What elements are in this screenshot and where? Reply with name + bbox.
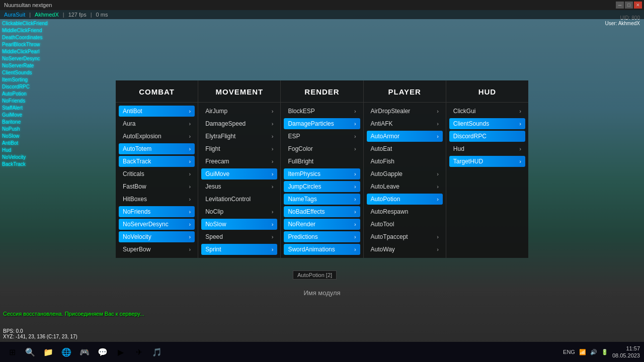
menu-item-superbow[interactable]: SuperBow›	[119, 244, 195, 255]
menu-column-hud: HUDClickGui›ClientSounds›DiscordRPCHud›T…	[446, 80, 528, 258]
menu-item-autopotion[interactable]: AutoPotion›	[367, 194, 443, 205]
search-button[interactable]: 🔍	[22, 344, 38, 360]
menu-item-noclip[interactable]: NoClip›	[201, 206, 277, 217]
menu-item-nametags[interactable]: NameTags›	[284, 194, 360, 205]
menu-item-label: AntiAFK	[371, 120, 393, 127]
col-header-combat: COMBAT	[116, 80, 198, 103]
menu-item-label: LevitationControl	[205, 196, 251, 203]
app2-button[interactable]: 💬	[95, 344, 111, 360]
module-item: MiddleClickFriend	[2, 27, 48, 34]
menu-item-freecam[interactable]: Freecam›	[201, 156, 277, 167]
menu-item-nobadeffects[interactable]: NoBadEffects›	[284, 206, 360, 217]
chevron-right-icon: ›	[189, 121, 191, 127]
menu-item-noslow[interactable]: NoSlow›	[201, 219, 277, 230]
menu-item-clickgui[interactable]: ClickGui›	[449, 106, 525, 117]
col-header-hud: HUD	[446, 80, 528, 103]
menu-item-antiafk[interactable]: AntiAFK›	[367, 118, 443, 129]
menu-item-autoway[interactable]: AutoWay›	[367, 244, 443, 255]
chevron-right-icon: ›	[354, 209, 356, 215]
file-explorer-button[interactable]: 📁	[40, 344, 56, 360]
menu-item-label: HitBoxes	[123, 196, 147, 203]
menu-item-hud[interactable]: Hud›	[449, 143, 525, 154]
menu-item-autoarmor[interactable]: AutoArmor›	[367, 131, 443, 142]
menu-item-airjump[interactable]: AirJump›	[201, 106, 277, 117]
chevron-right-icon: ›	[272, 158, 274, 164]
app3-button[interactable]: ▶	[113, 344, 129, 360]
menu-item-hitboxes[interactable]: HitBoxes›	[119, 194, 195, 205]
menu-item-speed[interactable]: Speed›	[201, 231, 277, 242]
menu-item-autogapple[interactable]: AutoGapple›	[367, 168, 443, 179]
col-items-hud: ClickGui›ClientSounds›DiscordRPCHud›Targ…	[446, 103, 528, 170]
menu-item-autoexplosion[interactable]: AutoExplosion›	[119, 131, 195, 142]
menu-item-label: DamageParticles	[288, 120, 334, 127]
app4-button[interactable]: ✈	[131, 344, 147, 360]
menu-item-nofriends[interactable]: NoFriends›	[119, 206, 195, 217]
menu-item-itemphysics[interactable]: ItemPhysics›	[284, 168, 360, 179]
menu-item-jumpcircles[interactable]: JumpCircles›	[284, 181, 360, 192]
menu-item-predictions[interactable]: Predictions›	[284, 231, 360, 242]
menu-item-antibot[interactable]: AntiBot›	[119, 106, 195, 117]
menu-item-swordanimations[interactable]: SwordAnimations›	[284, 244, 360, 255]
menu-item-guimove[interactable]: GuiMove›	[201, 168, 277, 179]
menu-container: COMBATAntiBot›Aura›AutoExplosion›AutoTot…	[116, 80, 528, 258]
menu-item-fastbow[interactable]: FastBow›	[119, 181, 195, 192]
chevron-right-icon: ›	[437, 184, 439, 190]
chevron-right-icon: ›	[437, 196, 439, 202]
taskbar-lang: ENG	[563, 349, 575, 355]
menu-item-discordrpc[interactable]: DiscordRPC	[449, 131, 525, 142]
chevron-right-icon: ›	[354, 234, 356, 240]
menu-item-blockesp[interactable]: BlockESP›	[284, 106, 360, 117]
menu-item-autorespawn[interactable]: AutoRespawn	[367, 206, 443, 217]
chevron-right-icon: ›	[437, 171, 439, 177]
chevron-right-icon: ›	[354, 221, 356, 227]
chevron-right-icon: ›	[189, 246, 191, 252]
col-items-player: AirDropStealer›AntiAFK›AutoArmor›AutoEat…	[364, 103, 446, 258]
menu-item-autofish[interactable]: AutoFish	[367, 156, 443, 167]
menu-item-esp[interactable]: ESP›	[284, 131, 360, 142]
menu-item-noserverdesync[interactable]: NoServerDesync›	[119, 219, 195, 230]
xyz-display: XYZ: -141, 23, 136 (C:17, 23, 17)	[3, 334, 77, 339]
menu-item-autoeat[interactable]: AutoEat	[367, 143, 443, 154]
menu-item-backtrack[interactable]: BackTrack›	[119, 156, 195, 167]
chevron-right-icon: ›	[519, 158, 521, 164]
menu-item-levitationcontrol[interactable]: LevitationControl	[201, 194, 277, 205]
app5-button[interactable]: 🎵	[149, 344, 165, 360]
chevron-right-icon: ›	[189, 108, 191, 114]
app1-button[interactable]: 🎮	[76, 344, 93, 360]
close-button[interactable]: ✕	[634, 2, 642, 9]
chevron-right-icon: ›	[519, 146, 521, 152]
browser-button[interactable]: 🌐	[58, 344, 74, 360]
menu-item-damagespeed[interactable]: DamageSpeed›	[201, 118, 277, 129]
menu-item-damageparticles[interactable]: DamageParticles›	[284, 118, 360, 129]
menu-item-targethud[interactable]: TargetHUD›	[449, 156, 525, 167]
chevron-right-icon: ›	[189, 184, 191, 190]
menu-item-autotool[interactable]: AutoTool	[367, 219, 443, 230]
menu-item-novelocity[interactable]: NoVelocity›	[119, 231, 195, 242]
menu-item-label: NoServerDesync	[123, 221, 169, 228]
menu-item-label: Speed	[205, 233, 223, 240]
menu-item-autoleave[interactable]: AutoLeave›	[367, 181, 443, 192]
menu-item-label: NameTags	[288, 196, 316, 203]
minimize-button[interactable]: ─	[616, 2, 624, 9]
menu-item-sprint[interactable]: Sprint›	[201, 244, 277, 255]
menu-item-aura[interactable]: Aura›	[119, 118, 195, 129]
menu-item-label: FogColor	[288, 145, 312, 152]
menu-item-norender[interactable]: NoRender›	[284, 219, 360, 230]
maximize-button[interactable]: □	[625, 2, 633, 9]
menu-item-fogcolor[interactable]: FogColor›	[284, 143, 360, 154]
menu-item-label: ItemPhysics	[288, 170, 320, 177]
menu-item-label: AutoPotion	[371, 196, 400, 203]
menu-item-autotpaccept[interactable]: AutoTpaccept›	[367, 231, 443, 242]
module-item: ClientSounds	[2, 69, 48, 76]
menu-item-flight[interactable]: Flight›	[201, 143, 277, 154]
menu-item-fullbright[interactable]: FullBright	[284, 156, 360, 167]
menu-item-jesus[interactable]: Jesus›	[201, 181, 277, 192]
menu-item-elytraflight[interactable]: ElytraFlight›	[201, 131, 277, 142]
menu-item-clientsounds[interactable]: ClientSounds›	[449, 118, 525, 129]
menu-item-label: Freecam	[205, 158, 229, 165]
menu-item-criticals[interactable]: Criticals›	[119, 168, 195, 179]
menu-item-airdropstealer[interactable]: AirDropStealer›	[367, 106, 443, 117]
menu-item-autototem[interactable]: AutoTotem›	[119, 143, 195, 154]
start-button[interactable]: ⊞	[4, 344, 20, 360]
menu-column-movement: MOVEMENTAirJump›DamageSpeed›ElytraFlight…	[198, 80, 281, 258]
